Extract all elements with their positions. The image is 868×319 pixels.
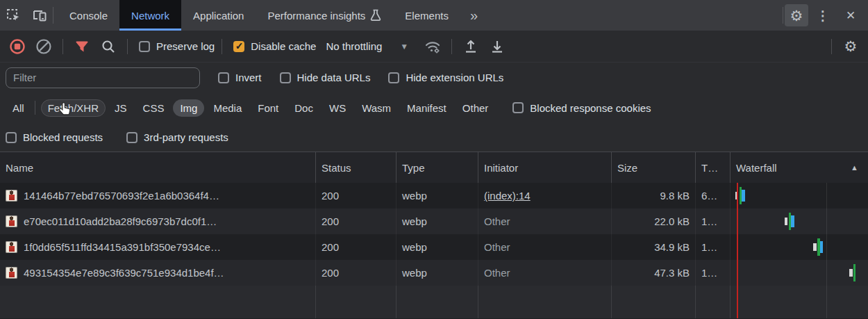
type-filter-font[interactable]: Font	[251, 99, 285, 117]
type-cell[interactable]: webp	[397, 208, 478, 234]
type-cell[interactable]: webp	[397, 183, 478, 208]
size-cell[interactable]: 9.8 kB	[612, 183, 696, 208]
clear-network-log-button[interactable]	[32, 35, 56, 58]
blocked-requests-checkbox[interactable]: Blocked requests	[6, 131, 103, 143]
tab-elements[interactable]: Elements	[393, 0, 460, 31]
table-row[interactable]: 1f0dd65f511ffd34415a391bf350e7934ce…200w…	[0, 234, 868, 260]
disable-cache-label: Disable cache	[251, 40, 316, 52]
blocked-response-cookies-checkbox[interactable]: Blocked response cookies	[512, 102, 651, 114]
image-thumbnail-icon	[6, 267, 17, 279]
time-cell[interactable]: 1…	[696, 260, 731, 286]
import-har-button[interactable]	[459, 35, 483, 58]
close-devtools-button[interactable]: ✕	[837, 0, 864, 31]
type-filter-doc[interactable]: Doc	[287, 99, 320, 117]
column-header-initiator[interactable]: Initiator	[478, 152, 612, 183]
type-cell[interactable]: webp	[397, 234, 478, 260]
invert-checkbox[interactable]: Invert	[218, 72, 262, 83]
hide-extension-urls-label: Hide extension URLs	[406, 72, 503, 83]
table-row[interactable]: e70ec011d10add2ba28f9c6973b7dc0f1…200web…	[0, 208, 868, 234]
request-name-cell[interactable]: 493154354e7e89c3f639c751e934d1be4f…	[0, 260, 316, 286]
type-cell[interactable]: webp	[397, 260, 478, 286]
hide-extension-urls-checkbox[interactable]: Hide extension URLs	[388, 72, 503, 83]
request-name-cell[interactable]: 1f0dd65f511ffd34415a391bf350e7934ce…	[0, 234, 316, 260]
initiator-link[interactable]: (index):14	[484, 190, 531, 202]
close-icon: ✕	[846, 8, 856, 23]
initiator-cell[interactable]: Other	[478, 234, 612, 260]
tab-performance-insights[interactable]: Performance insights	[256, 0, 393, 31]
hide-data-urls-checkbox[interactable]: Hide data URLs	[280, 72, 371, 83]
toolbar-separator-1	[62, 39, 63, 54]
main-menu-button[interactable]: ⋮	[810, 0, 836, 31]
hide-extension-urls-box-icon	[388, 72, 399, 83]
size-cell[interactable]: 22.0 kB	[612, 208, 696, 234]
type-filter-img[interactable]: Img	[173, 99, 204, 117]
type-filter-wasm[interactable]: Wasm	[355, 99, 398, 117]
column-header-type[interactable]: Type	[397, 152, 478, 183]
time-cell[interactable]: 6…	[696, 183, 731, 208]
tab-network[interactable]: Network	[119, 0, 181, 31]
column-header-t[interactable]: T…	[696, 152, 731, 183]
gear-icon: ⚙	[844, 39, 858, 54]
more-filters-row: Blocked requests 3rd-party requests	[0, 123, 868, 152]
type-filter-ws[interactable]: WS	[322, 99, 353, 117]
search-button[interactable]	[97, 35, 120, 58]
waterfall-cell[interactable]	[731, 234, 868, 260]
inspect-element-button[interactable]	[0, 0, 26, 31]
time-cell[interactable]: 1…	[696, 208, 731, 234]
preserve-log-checkbox[interactable]: Preserve log	[139, 40, 215, 52]
device-toolbar-button[interactable]	[26, 0, 53, 31]
devtools-window: ConsoleNetworkApplicationPerformance ins…	[0, 0, 868, 319]
filter-input[interactable]	[6, 67, 200, 88]
table-row[interactable]: 493154354e7e89c3f639c751e934d1be4f…200we…	[0, 260, 868, 286]
throttling-value: No throttling	[326, 40, 382, 52]
status-cell[interactable]: 200	[316, 260, 397, 286]
request-name: e70ec011d10add2ba28f9c6973b7dc0f1…	[24, 215, 217, 227]
initiator-cell[interactable]: Other	[478, 260, 612, 286]
record-stop-icon	[9, 38, 26, 55]
clear-icon	[35, 38, 52, 55]
third-party-requests-checkbox[interactable]: 3rd-party requests	[126, 131, 228, 143]
waterfall-cell[interactable]	[731, 208, 868, 234]
table-row[interactable]: 141464b77ebd76570693f2e1a6b0364f4…200web…	[0, 183, 868, 208]
tab-console[interactable]: Console	[58, 0, 119, 31]
size-cell[interactable]: 47.3 kB	[612, 260, 696, 286]
disable-cache-checkbox[interactable]: Disable cache	[233, 40, 316, 52]
request-name-cell[interactable]: e70ec011d10add2ba28f9c6973b7dc0f1…	[0, 208, 316, 234]
preserve-log-label: Preserve log	[156, 40, 215, 52]
size-cell[interactable]: 34.9 kB	[612, 234, 696, 260]
network-settings-button[interactable]: ⚙	[839, 35, 862, 58]
column-header-size[interactable]: Size	[612, 152, 696, 183]
request-name-cell[interactable]: 141464b77ebd76570693f2e1a6b0364f4…	[0, 183, 316, 208]
type-filter-media[interactable]: Media	[206, 99, 249, 117]
status-cell[interactable]: 200	[316, 208, 397, 234]
tab-application[interactable]: Application	[181, 0, 256, 31]
status-cell[interactable]: 200	[316, 234, 397, 260]
throttling-select[interactable]: No throttling ▼	[326, 40, 408, 52]
network-conditions-button[interactable]	[421, 35, 444, 58]
filter-toggle-button[interactable]	[70, 35, 94, 58]
type-filter-fetch-xhr[interactable]: Fetch/XHR	[41, 99, 106, 117]
waterfall-cell[interactable]	[731, 183, 868, 208]
more-tabs-button[interactable]: »	[460, 0, 486, 31]
type-filter-other[interactable]: Other	[456, 99, 496, 117]
type-filter-all[interactable]: All	[6, 99, 31, 117]
blocked-requests-box-icon	[6, 132, 17, 143]
status-cell[interactable]: 200	[316, 183, 397, 208]
column-header-waterfall[interactable]: Waterfall▲	[731, 152, 868, 183]
column-header-status[interactable]: Status	[316, 152, 397, 183]
tab-label: Application	[193, 10, 244, 22]
chevron-down-icon: ▼	[400, 42, 408, 51]
type-filter-js[interactable]: JS	[108, 99, 134, 117]
initiator-cell[interactable]: (index):14	[478, 183, 612, 208]
type-filter-css[interactable]: CSS	[136, 99, 172, 117]
settings-button[interactable]: ⚙	[785, 4, 808, 26]
record-network-log-button[interactable]	[6, 35, 29, 58]
initiator-cell[interactable]: Other	[478, 208, 612, 234]
search-icon	[101, 39, 116, 54]
type-filter-manifest[interactable]: Manifest	[400, 99, 453, 117]
column-header-name[interactable]: Name	[0, 152, 316, 183]
time-cell[interactable]: 1…	[696, 234, 731, 260]
tab-label: Console	[69, 10, 108, 22]
export-har-button[interactable]	[485, 35, 509, 58]
waterfall-cell[interactable]	[731, 260, 868, 286]
